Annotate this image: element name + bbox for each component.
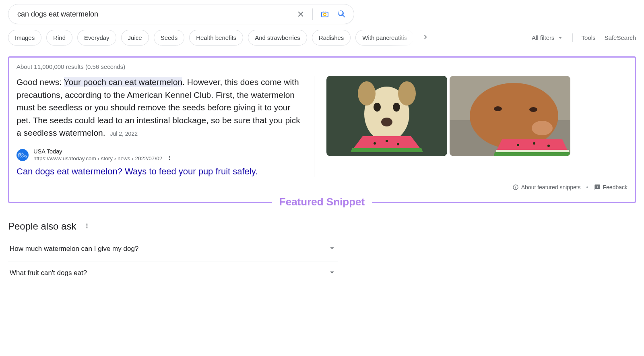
chip-images[interactable]: Images [8,30,41,46]
snippet-image-1[interactable] [326,76,447,156]
chevron-down-icon [328,268,336,279]
svg-point-5 [393,103,400,112]
result-stats: About 11,000,000 results (0.56 seconds) [17,63,627,70]
chips-next-icon[interactable] [419,33,432,43]
chip-strawberries[interactable]: And strawberries [248,30,307,46]
paa-item[interactable]: What fruit can't dogs eat? [8,261,338,285]
snippet-date: Jul 2, 2022 [110,130,138,137]
svg-rect-18 [496,150,569,152]
svg-point-15 [494,106,502,111]
snippet-highlight: Your pooch can eat watermelon [64,77,183,87]
svg-point-9 [374,142,376,145]
paa-header: People also ask [8,221,338,232]
all-filters-button[interactable]: All filters [532,34,564,41]
search-input[interactable] [17,10,296,19]
svg-point-21 [547,145,550,147]
snippet-images [326,76,570,177]
chevron-down-icon [328,244,336,255]
paa-question: How much watermelon can I give my dog? [10,245,138,253]
dot-separator: • [586,184,588,190]
source-url: https://www.usatoday.com › story › news … [33,155,162,161]
chip-health-benefits[interactable]: Health benefits [189,30,243,46]
info-icon [512,184,519,190]
chevron-down-icon [557,35,564,41]
feedback-label: Feedback [603,184,627,190]
source-title-link[interactable]: Can dogs eat watermelon? Ways to feed yo… [17,166,304,177]
people-also-ask: People also ask How much watermelon can … [8,221,338,285]
snippet-pre: Good news: [17,77,64,87]
svg-point-11 [397,143,399,145]
svg-rect-0 [322,12,328,17]
about-snippets-link[interactable]: About featured snippets [512,184,581,190]
source-row: USATODAY USA Today https://www.usatoday.… [17,148,304,162]
search-icon[interactable] [337,9,347,19]
feedback-link[interactable]: Feedback [594,184,627,190]
tools-button[interactable]: Tools [582,34,596,41]
paa-question: What fruit can't dogs eat? [10,269,87,277]
safesearch-button[interactable]: SafeSearch [605,34,636,41]
divider [572,33,573,42]
svg-point-6 [381,118,392,126]
image-search-icon[interactable] [320,9,330,19]
chip-juice[interactable]: Juice [121,30,149,46]
right-tools: All filters Tools SafeSearch [532,33,636,42]
svg-point-1 [324,13,326,16]
divider [312,8,313,20]
chips-scroll: Images Rind Everyday Juice Seeds Health … [8,30,414,46]
svg-point-14 [470,83,558,149]
chip-seeds[interactable]: Seeds [154,30,185,46]
source-more-icon[interactable] [166,155,173,162]
chip-pancreatitis[interactable]: With pancreatitis [355,30,414,46]
paa-title: People also ask [8,221,76,232]
source-favicon-icon: USATODAY [17,149,29,161]
svg-point-17 [532,121,553,135]
svg-point-4 [374,103,381,112]
chip-rind[interactable]: Rind [46,30,72,46]
svg-point-10 [386,140,388,142]
about-snippets-label: About featured snippets [521,184,581,190]
search-bar [8,4,354,24]
paa-item[interactable]: How much watermelon can I give my dog? [8,237,338,261]
feedback-icon [594,184,601,190]
source-path: https://www.usatoday.com › story › news … [33,155,173,162]
all-filters-label: All filters [532,34,555,41]
svg-point-16 [529,107,537,112]
svg-point-8 [398,81,416,106]
chip-radishes[interactable]: Radishes [312,30,351,46]
featured-snippet: About 11,000,000 results (0.56 seconds) … [8,56,636,203]
snippet-body: Good news: Your pooch can eat watermelon… [17,76,304,139]
filter-row: Images Rind Everyday Juice Seeds Health … [8,30,636,53]
svg-point-7 [358,81,376,106]
search-icons [296,8,347,20]
featured-label: Featured Snippet [9,196,635,208]
paa-more-icon[interactable] [83,221,91,232]
svg-point-19 [517,144,519,146]
snippet-text-column: Good news: Your pooch can eat watermelon… [17,76,314,177]
featured-label-text: Featured Snippet [272,196,372,208]
source-site: USA Today [33,148,173,155]
snippet-row: Good news: Your pooch can eat watermelon… [17,76,627,177]
svg-point-20 [533,142,535,145]
snippet-image-2[interactable] [450,76,570,156]
source-text: USA Today https://www.usatoday.com › sto… [33,148,173,162]
clear-icon[interactable] [296,10,305,19]
chip-everyday[interactable]: Everyday [77,30,116,46]
feedback-row: About featured snippets • Feedback [17,184,627,190]
